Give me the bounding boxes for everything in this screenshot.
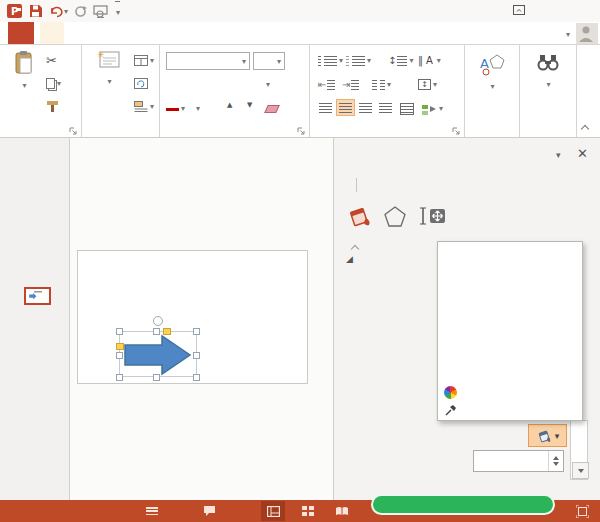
- spin-down-icon[interactable]: [553, 462, 559, 469]
- powerpoint-logo-icon: P: [7, 1, 23, 21]
- numbering-button[interactable]: ▾: [346, 52, 371, 69]
- decrease-indent-button[interactable]: ⇤: [318, 76, 335, 93]
- resize-handle[interactable]: [116, 328, 123, 335]
- user-avatar[interactable]: [576, 23, 598, 44]
- increase-indent-button[interactable]: ⇥: [342, 76, 359, 93]
- fill-color-button[interactable]: ▾: [528, 424, 567, 447]
- grow-font-button[interactable]: ▲: [222, 100, 232, 117]
- justify-button[interactable]: [376, 99, 395, 116]
- undo-button[interactable]: ▾: [49, 1, 68, 21]
- adjust-handle[interactable]: [163, 328, 171, 335]
- group-clipboard: ▾ ✂ ▾: [0, 45, 82, 137]
- resize-handle[interactable]: [116, 374, 123, 381]
- copy-button[interactable]: ▾: [46, 75, 61, 92]
- slide-sorter-view-button[interactable]: [296, 501, 320, 521]
- underline-button[interactable]: [198, 76, 202, 93]
- redo-button[interactable]: [74, 1, 87, 21]
- clear-formatting-button[interactable]: [266, 100, 278, 117]
- align-left-button[interactable]: [316, 99, 335, 116]
- more-colors-item[interactable]: [444, 384, 463, 401]
- eyedropper-item[interactable]: [444, 402, 463, 419]
- group-font: ▾ ▾ ▾ ▾ ▾ ▲ ▼: [160, 45, 310, 137]
- tab-file[interactable]: [8, 22, 34, 44]
- font-color-swatch: [166, 108, 179, 111]
- notes-icon: [146, 507, 158, 516]
- resize-handle[interactable]: [116, 352, 123, 359]
- slide-thumbnail[interactable]: [24, 287, 51, 305]
- align-center-button[interactable]: [336, 99, 355, 116]
- distribute-button[interactable]: [400, 100, 414, 117]
- pane-tab-text-options[interactable]: [356, 178, 367, 192]
- collapse-ribbon-button[interactable]: [582, 121, 588, 135]
- character-spacing-button[interactable]: ▾: [260, 76, 270, 93]
- resize-handle[interactable]: [193, 328, 200, 335]
- transparency-spinner[interactable]: [473, 450, 564, 472]
- cut-button[interactable]: ✂: [46, 52, 57, 69]
- svg-text:P: P: [11, 6, 18, 17]
- text-direction-button[interactable]: ‖A▾: [418, 52, 441, 69]
- size-properties-icon[interactable]: [420, 205, 446, 230]
- notes-button[interactable]: [146, 500, 162, 522]
- arrow-shape[interactable]: [124, 333, 194, 377]
- eraser-icon: [264, 105, 280, 113]
- slide-canvas[interactable]: [77, 250, 308, 384]
- tab-format-contextual[interactable]: [40, 22, 64, 44]
- ribbon-display-options-button[interactable]: [508, 4, 530, 18]
- pane-menu-icon[interactable]: ▾: [556, 150, 561, 160]
- user-name[interactable]: ▾: [565, 22, 570, 44]
- convert-smartart-button[interactable]: ▾: [422, 100, 443, 117]
- text-shadow-button[interactable]: [216, 76, 220, 93]
- undo-dropdown-icon[interactable]: ▾: [64, 7, 68, 16]
- resize-handle[interactable]: [193, 352, 200, 359]
- start-slideshow-button[interactable]: [93, 1, 109, 21]
- shape-selection-box[interactable]: [119, 331, 197, 377]
- shrink-font-button[interactable]: ▼: [242, 100, 252, 117]
- fit-slide-to-window-button[interactable]: [570, 501, 594, 521]
- reset-button[interactable]: [134, 75, 148, 92]
- italic-button[interactable]: [182, 76, 186, 93]
- paste-button[interactable]: ▾: [8, 51, 40, 92]
- font-dialog-launcher[interactable]: [297, 125, 306, 134]
- save-button[interactable]: [29, 1, 43, 21]
- reading-view-button[interactable]: [330, 501, 354, 521]
- spin-up-icon[interactable]: [553, 453, 559, 460]
- comments-button[interactable]: [203, 500, 220, 522]
- align-text-button[interactable]: ↕▾: [418, 76, 437, 93]
- columns-button[interactable]: ▾: [372, 76, 391, 93]
- strikethrough-button[interactable]: [234, 76, 238, 93]
- align-right-button[interactable]: [356, 99, 375, 116]
- group-paragraph: ▾ ▾ ↕▾ ‖A▾ ⇤ ⇥ ▾ ↕▾ ▾: [310, 45, 465, 137]
- font-size-combo[interactable]: ▾: [253, 52, 285, 70]
- bold-button[interactable]: [166, 76, 170, 93]
- font-color-button[interactable]: ▾: [166, 100, 185, 117]
- group-editing: ▾: [520, 45, 577, 137]
- normal-view-button[interactable]: [261, 501, 285, 521]
- font-name-combo[interactable]: ▾: [166, 52, 250, 70]
- layout-button[interactable]: ▾: [134, 52, 154, 69]
- adjust-handle[interactable]: [116, 343, 124, 350]
- bullets-button[interactable]: ▾: [318, 52, 343, 69]
- slide-editing-area: [70, 138, 333, 500]
- paragraph-dialog-launcher[interactable]: [452, 125, 461, 134]
- qat-customize-button[interactable]: ▾: [115, 1, 120, 21]
- ribbon-tab-row: ▾: [0, 22, 600, 45]
- section-button[interactable]: ▾: [134, 98, 154, 115]
- pane-close-icon[interactable]: ✕: [577, 146, 588, 161]
- fill-section-header[interactable]: ◢: [346, 251, 353, 265]
- svg-text:✳: ✳: [97, 50, 105, 60]
- resize-handle[interactable]: [193, 374, 200, 381]
- new-slide-button[interactable]: ✳ ▾: [88, 50, 130, 88]
- effects-icon[interactable]: [384, 206, 406, 230]
- clipboard-dialog-launcher[interactable]: [69, 125, 78, 134]
- format-painter-button[interactable]: [46, 98, 60, 115]
- slide-thumbnail-panel: [0, 138, 70, 500]
- rotation-handle[interactable]: [153, 316, 163, 326]
- resize-handle[interactable]: [153, 328, 160, 335]
- resize-handle[interactable]: [153, 374, 160, 381]
- fill-line-icon[interactable]: [346, 204, 372, 231]
- editing-button[interactable]: ▾: [529, 52, 567, 91]
- change-case-button[interactable]: ▾: [190, 100, 200, 117]
- line-spacing-button[interactable]: ↕▾: [388, 52, 413, 69]
- drawing-button[interactable]: A ▾: [472, 52, 512, 93]
- pane-scroll-down-button[interactable]: [572, 462, 589, 479]
